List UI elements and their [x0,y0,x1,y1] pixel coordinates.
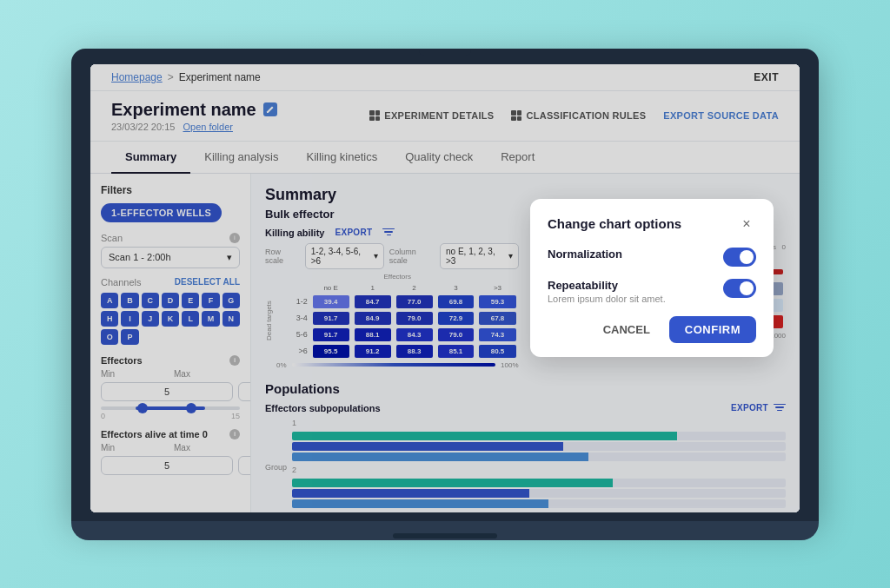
hm1-cell-34-3: 72.9 [435,310,477,327]
hm1-cell-g6-2: 88.3 [394,343,435,360]
filter-icon-2[interactable] [774,404,786,413]
channel-g[interactable]: G [222,293,240,308]
heatmap1-table-wrapper: Effectors no E 1 2 [276,273,519,369]
hm1-cell-56-2: 84.3 [394,327,435,343]
experiment-name: Experiment name [111,100,256,120]
export-link-1[interactable]: EXPORT [335,228,372,237]
effectors-min-max-labels: Min Max [101,369,240,379]
channels-label: Channels [101,277,141,287]
bar-track-1a [292,432,786,440]
bar-track-1c [292,453,786,461]
bar-track-2a [292,479,786,487]
group-1-label: 1 [292,419,786,427]
killing-ability-section: Killing ability EXPORT Row scale 1-2, 3-… [265,228,519,369]
modal-header: Change chart options × [548,215,756,234]
channel-f[interactable]: F [202,293,219,308]
hm1-col-g3: >3 [476,282,518,294]
modal-close-button[interactable]: × [737,215,756,234]
bar-seg-lb-2 [292,499,548,508]
exit-button[interactable]: EXIT [754,71,779,83]
channel-j[interactable]: J [142,311,159,327]
change-chart-options-modal: Change chart options × Normalization Rep… [530,199,774,357]
normalization-label: Normalization [548,248,622,261]
effectors-thumb-left[interactable] [137,403,148,413]
channel-k[interactable]: K [162,311,179,327]
bar-row-1a [292,431,786,441]
channel-e[interactable]: E [182,293,199,308]
scan-select[interactable]: Scan 1 - 2:00h ▾ [101,247,240,268]
cancel-button[interactable]: CANCEL [593,316,661,343]
hm1-cell-12-noe: 39.4 [310,294,352,310]
hm1-cell-34-2: 79.0 [394,310,435,327]
tab-killing-analysis[interactable]: Killing analysis [190,142,292,174]
experiment-date: 23/03/22 20:15 [111,122,175,132]
hm1-cell-56-noe: 91.7 [310,327,352,343]
hm1-color-scale [292,363,495,367]
classification-rules-btn[interactable]: CLASSIFICATION RULES [511,110,646,121]
populations-section: Populations Effectors subpopulations EXP… [265,381,786,509]
experiment-details-btn[interactable]: EXPERIMENT DETAILS [369,110,494,121]
channel-o[interactable]: O [101,329,118,345]
scan-info-icon: i [229,233,240,243]
col-scale-select[interactable]: no E, 1, 2, 3, >3 ▾ [440,243,519,269]
effectors-thumb-right[interactable] [186,403,196,413]
tab-report[interactable]: Report [487,142,548,174]
hm1-cell-g6-1: 91.2 [352,343,394,360]
effectors-alive-min-input[interactable] [101,456,233,475]
channel-l[interactable]: L [182,311,199,327]
row-scale-select[interactable]: 1-2, 3-4, 5-6, >6 ▾ [305,243,384,269]
hm1-cell-34-noe: 91.7 [310,310,352,327]
hm1-row-label-12: 1-2 [276,294,310,310]
effectors-alive-max-input[interactable] [238,456,251,475]
dead-targets-label: Dead targets [265,273,273,369]
breadcrumb-home[interactable]: Homepage [111,71,163,83]
hm1-cell-34-1: 84.9 [352,310,394,327]
repeatability-label-group: Repeatability Lorem ipsum dolor sit amet… [548,279,666,304]
open-folder-link[interactable]: Open folder [183,122,232,132]
bar-seg-teal-2 [292,479,613,487]
export-source-btn[interactable]: EXPORT SOURCE DATA [663,110,779,121]
channel-n[interactable]: N [222,311,240,327]
hm1-row-34: 3-4 91.7 84.9 79.0 72.9 67.8 [276,310,519,327]
effector-wells-filter[interactable]: 1-EFFECTOR WELLS [101,203,222,222]
channel-c[interactable]: C [142,293,159,308]
effectors-alive-label: Effectors alive at time 0 i [101,429,240,439]
laptop-base [71,521,819,540]
channel-grid: A B C D E F G H I J K L M [101,293,240,345]
subpops-title: Effectors subpopulations [265,403,381,413]
tab-quality-check[interactable]: Quality check [391,142,487,174]
hm1-corner [276,282,310,294]
confirm-button[interactable]: CONFIRM [669,316,756,343]
tab-summary[interactable]: Summary [111,142,190,174]
channel-d[interactable]: D [162,293,179,308]
channel-m[interactable]: M [202,311,219,327]
hm1-cell-12-2: 77.0 [394,294,435,310]
breadcrumb-separator: > [168,71,174,83]
normalization-toggle[interactable] [723,248,756,267]
effectors-max-input[interactable] [238,382,251,401]
filter-icon-1[interactable] [382,228,395,237]
header-left: Experiment name 23/03/22 20:15 Open fold… [111,100,277,132]
channel-i[interactable]: I [121,311,138,327]
bar-row-2b [292,488,786,499]
effectors-track [101,406,240,410]
repeatability-option: Repeatability Lorem ipsum dolor sit amet… [548,279,756,304]
export-link-2[interactable]: EXPORT [731,403,768,413]
tab-killing-kinetics[interactable]: Killing kinetics [293,142,392,174]
populations-title: Populations [265,381,340,396]
bar-seg-blue-2 [292,489,529,498]
deselect-all-btn[interactable]: DESELECT ALL [175,277,240,287]
bar-row-1c [292,452,786,462]
edit-icon[interactable] [263,102,277,116]
channel-b[interactable]: B [121,293,138,308]
channel-p[interactable]: P [121,329,138,345]
channel-h[interactable]: H [101,311,118,327]
bar-seg-teal-1 [292,432,677,440]
hm1-cell-g6-g3: 80.5 [476,343,518,360]
effectors-alive-range: Effectors alive at time 0 i Min Max [101,429,240,475]
grid-icon-1 [369,110,380,121]
channel-a[interactable]: A [101,293,118,308]
repeatability-toggle[interactable] [723,279,756,298]
hm1-cell-56-1: 88.1 [352,327,394,343]
effectors-min-input[interactable] [101,382,233,401]
